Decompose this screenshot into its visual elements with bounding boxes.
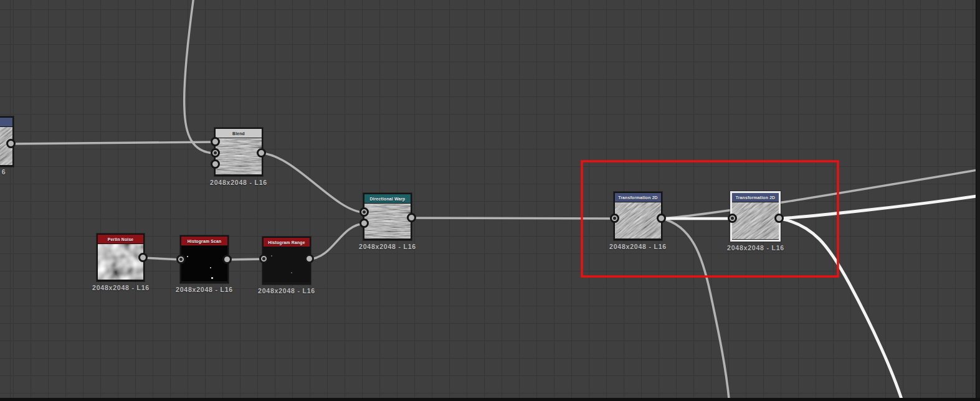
port-output-transformation-2d-2[interactable] — [774, 214, 784, 223]
node-transformation-2d-1[interactable]: Transformation 2D — [614, 192, 662, 240]
canvas-bottom-edge — [0, 398, 980, 401]
port-output-transformation-2d-1[interactable] — [657, 214, 666, 223]
port-input-directional-warp-2[interactable] — [359, 219, 369, 228]
node-title: Perlin Noise — [108, 237, 134, 242]
port-output-partial-left[interactable] — [6, 139, 16, 148]
node-histogram-range[interactable]: Histogram Range — [262, 237, 311, 285]
port-output-directional-warp[interactable] — [407, 213, 416, 222]
node-title: Histogram Range — [268, 240, 305, 245]
node-thumbnail — [181, 246, 227, 281]
node-title: Directional Warp — [370, 197, 406, 201]
node-title: Transformation 2D — [736, 196, 775, 200]
node-thumbnail — [732, 202, 779, 239]
node-resolution-label: 2048x2048 - L16 — [344, 243, 431, 250]
wire-leftnode-to-blend[interactable] — [11, 142, 216, 144]
node-directional-warp[interactable]: Directional Warp — [363, 193, 412, 240]
node-thumbnail — [98, 244, 143, 280]
node-resolution-label: 6 — [0, 168, 8, 176]
node-perlin-noise[interactable]: Perlin Noise — [97, 234, 145, 281]
node-thumbnail — [264, 247, 310, 283]
node-resolution-label: 2048x2048 - L16 — [77, 284, 164, 291]
node-title: Transformation 2D — [618, 196, 657, 200]
wire-top-to-blend[interactable] — [184, 0, 216, 153]
port-output-blend[interactable] — [257, 148, 266, 158]
node-title: Histogram Scan — [188, 239, 222, 243]
node-resolution-label: 2048x2048 - L16 — [161, 286, 248, 293]
port-input-blend-3[interactable] — [211, 159, 220, 169]
port-output-histogram-scan[interactable] — [222, 255, 232, 264]
node-thumbnail — [216, 138, 262, 174]
port-input-histogram-range[interactable] — [259, 254, 269, 263]
node-histogram-scan[interactable]: Histogram Scan — [180, 235, 229, 283]
node-thumbnail — [615, 202, 661, 238]
node-thumbnail — [364, 204, 411, 238]
node-transformation-2d-2[interactable]: Transformation 2D — [730, 191, 781, 242]
port-input-blend-1[interactable] — [211, 137, 220, 146]
wire-histogram-range-to-directional-warp[interactable] — [310, 224, 364, 259]
port-input-directional-warp-1[interactable] — [359, 207, 369, 217]
port-output-perlin-noise[interactable] — [138, 253, 148, 262]
node-resolution-label: 2048x2048 - L16 — [712, 244, 799, 252]
node-resolution-label: 2048x2048 - L16 — [243, 287, 330, 295]
wire-transformation1-to-right-edge[interactable] — [662, 169, 980, 219]
wire-perlin-to-histogram-scan[interactable] — [143, 258, 181, 260]
port-input-blend-2[interactable] — [211, 148, 220, 158]
node-graph-canvas[interactable]: 6 Blend 2048x2048 - L16 Directional Warp… — [0, 0, 980, 401]
wire-transformation2-to-right-edge[interactable] — [779, 196, 980, 219]
node-resolution-label: 2048x2048 - L16 — [195, 179, 282, 186]
port-output-histogram-range[interactable] — [305, 254, 314, 263]
port-input-transformation-2d-2[interactable] — [728, 214, 737, 223]
node-resolution-label: 2048x2048 - L16 — [594, 243, 682, 250]
canvas-right-edge — [976, 0, 980, 401]
node-blend[interactable]: Blend — [214, 128, 263, 176]
port-input-transformation-2d-1[interactable] — [610, 214, 619, 223]
node-title: Blend — [232, 131, 245, 136]
wire-histogram-scan-to-histogram-range[interactable] — [227, 259, 264, 260]
port-input-histogram-scan[interactable] — [176, 255, 186, 264]
wire-directional-warp-to-transformation1[interactable] — [412, 218, 615, 219]
